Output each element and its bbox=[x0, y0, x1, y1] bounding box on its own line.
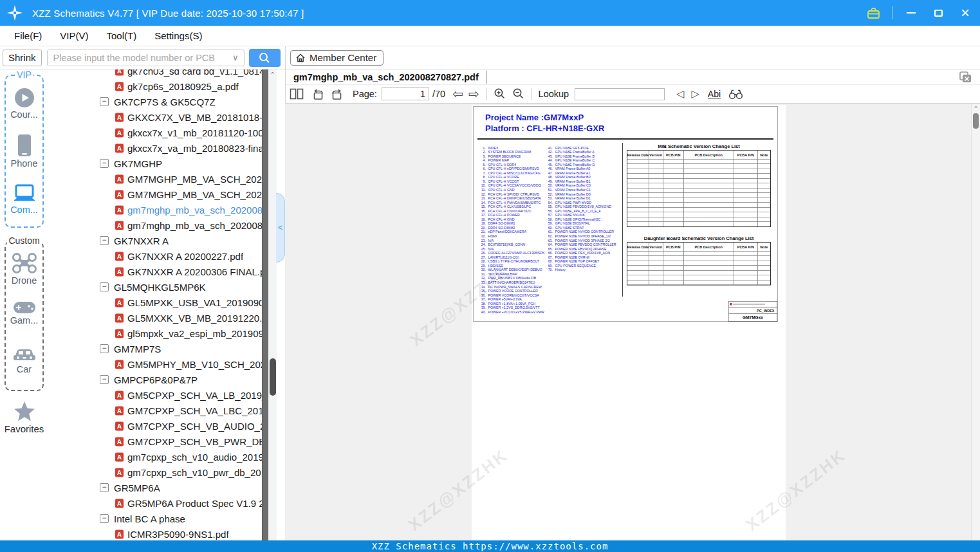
index-entry: 28.USB3.1 TYPE-C/THUNDERBOLT bbox=[479, 259, 546, 264]
index-entry: 64.POWER N18E FBVDDQ CONTROLLER bbox=[546, 243, 622, 247]
category-computer[interactable]: Com... bbox=[6, 184, 42, 215]
car-icon bbox=[12, 346, 37, 363]
tree-scrollbar-thumb[interactable] bbox=[270, 358, 276, 396]
scroll-up-icon[interactable]: ⌃ bbox=[268, 71, 277, 78]
tree-file[interactable]: GM7CPXP_SCH_VB_PWR_DB_20 bbox=[48, 434, 262, 449]
tree-file[interactable]: gk7cp6s_20180925_a.pdf bbox=[48, 78, 262, 94]
tree-folder[interactable]: −GK7MGHP bbox=[48, 156, 262, 171]
tree-file[interactable]: GL5MPXK_USB_VA1_20190909.p bbox=[48, 295, 262, 310]
scroll-up-icon[interactable]: ⌃ bbox=[972, 105, 980, 113]
collapse-icon[interactable]: − bbox=[100, 344, 109, 353]
viewer-toolbar: Page: /70 ⇦ ⇨ Lookup ◁ ▷ Abi bbox=[285, 85, 980, 104]
category-game[interactable]: Gam... bbox=[6, 301, 42, 326]
chevron-down-icon[interactable]: ∨ bbox=[232, 53, 239, 62]
tree-folder[interactable]: −Intel BC A phase bbox=[48, 511, 262, 526]
custom-group: Custom Drone Gam... Car bbox=[5, 241, 44, 391]
tree-file[interactable]: gkxcx7x_v1_mb_20181120-1000 bbox=[48, 125, 262, 140]
viewer-scrollbar[interactable]: ⌃ bbox=[971, 104, 980, 540]
tree-file[interactable]: GM7MGHP_MB_VA_SCH_20200 bbox=[48, 171, 262, 187]
find-prev-icon[interactable]: ◁ bbox=[676, 89, 684, 99]
tree-file[interactable]: gl5mpxk_va2_espi_mb_2019091 bbox=[48, 326, 262, 341]
tree-file[interactable]: GL5MXXK_VB_MB_20191220.pd bbox=[48, 310, 262, 326]
tree-folder[interactable]: −GR5MP6A bbox=[48, 480, 262, 495]
collapse-icon[interactable]: − bbox=[100, 483, 109, 492]
tree-file[interactable]: gm7mghp_mb_va_sch_2020082 bbox=[48, 217, 262, 233]
tree-file[interactable]: GR5MP6A Product Spec V1.9 20 bbox=[48, 495, 262, 511]
zoom-out-icon[interactable] bbox=[512, 87, 525, 100]
close-button[interactable]: × bbox=[957, 5, 974, 21]
tree-file[interactable]: GM5CPXP_SCH_VA_LB_2019_07 bbox=[48, 387, 262, 403]
tree-file[interactable]: GKXCX7X_VB_MB_20181018-230 bbox=[48, 109, 262, 125]
page-number-input[interactable] bbox=[382, 87, 429, 100]
tree-item-label: Intel BC A phase bbox=[114, 513, 185, 524]
collapse-icon[interactable]: − bbox=[100, 375, 109, 384]
tree-file[interactable]: gm7mghp_mb_va_sch_2020082 bbox=[48, 202, 262, 217]
tree-file[interactable]: ICMR3P5090-9NS1.pdf bbox=[48, 526, 262, 540]
lookup-input[interactable] bbox=[575, 88, 665, 100]
tree-file[interactable]: gm7cpxp_sch_v10_pwr_db_2019 bbox=[48, 465, 262, 480]
viewer-scrollbar-thumb[interactable] bbox=[973, 113, 979, 129]
collapse-icon[interactable]: − bbox=[100, 159, 109, 168]
menu-tool[interactable]: Tool(T) bbox=[98, 30, 146, 41]
rotate-left-icon[interactable] bbox=[311, 87, 325, 100]
match-case-button[interactable]: Abi bbox=[708, 89, 721, 99]
menu-vip[interactable]: VIP(V) bbox=[51, 30, 97, 41]
pdf-canvas[interactable]: Project Name :GM7MxxP Platform : CFL-HR+… bbox=[285, 104, 971, 540]
rotate-right-icon[interactable] bbox=[330, 87, 344, 100]
category-car[interactable]: Car bbox=[6, 346, 42, 374]
category-course[interactable]: Cour... bbox=[6, 87, 42, 120]
collapse-icon[interactable]: − bbox=[100, 236, 109, 245]
tree-item-label: gm7cpxp_sch_v10_audio_20190 bbox=[127, 452, 262, 463]
tree-item-label: gk7cp6s_20180925_a.pdf bbox=[127, 81, 239, 92]
collapse-icon[interactable]: − bbox=[100, 514, 109, 523]
search-row: Shrink Please input the model number or … bbox=[0, 46, 285, 69]
tree-scrollbar-track[interactable] bbox=[262, 69, 268, 540]
tree-file[interactable]: GM5MPHY_MB_V10_SCH_20200 bbox=[48, 356, 262, 372]
tree-folder[interactable]: −GK7NXXR A bbox=[48, 233, 262, 248]
search-button[interactable] bbox=[249, 49, 281, 67]
laptop-icon bbox=[12, 184, 37, 203]
collapse-icon[interactable]: − bbox=[100, 282, 109, 291]
tree-file[interactable]: gkxcx7x_va_mb_20180823-final. bbox=[48, 140, 262, 156]
tree-file[interactable]: GK7NXXR A 20200227.pdf bbox=[48, 248, 262, 264]
find-next-icon[interactable]: ▷ bbox=[692, 89, 699, 99]
table-header-cell: PCB P/N bbox=[663, 151, 683, 159]
tree-scrollbar[interactable]: ⌃ bbox=[268, 69, 277, 540]
favorites-item[interactable]: Favorites bbox=[0, 401, 48, 434]
table-row bbox=[627, 212, 770, 217]
next-page-icon[interactable]: ⇨ bbox=[468, 87, 479, 100]
tree-item-label: GK7NXXR A bbox=[114, 235, 169, 246]
tree-file[interactable]: gm7cpxp_sch_v10_audio_20190 bbox=[48, 449, 262, 465]
header-rule bbox=[477, 138, 773, 140]
active-document-tab[interactable]: gm7mghp_mb_va_sch_202008270827.pdf bbox=[293, 72, 479, 82]
shrink-button[interactable]: Shrink bbox=[3, 50, 42, 66]
tree-file[interactable]: GM7MGHP_MB_VA_SCH_20200 bbox=[48, 187, 262, 202]
tree-file[interactable]: GM7CPXP_SCH_VA_LBC_2019_0 bbox=[48, 403, 262, 418]
tree-file[interactable]: gk7ch03_sd card bd_v1.1_0814.p bbox=[48, 69, 262, 78]
prev-page-icon[interactable]: ⇦ bbox=[452, 87, 463, 100]
platform-name: Platform : CFL-HR+N18E-GXR bbox=[485, 124, 604, 133]
titleblock-board-name: GM7MGxx bbox=[729, 314, 777, 322]
tree-folder[interactable]: −GL5MQHKGL5MP6K bbox=[48, 279, 262, 295]
two-page-view-icon[interactable] bbox=[290, 88, 304, 100]
index-entry: 62.POWER N18E NVVDD 3PHASE_1/2 bbox=[546, 234, 622, 238]
tree-folder[interactable]: −GK7CP7S & GK5CQ7Z bbox=[48, 94, 262, 109]
minimize-button[interactable] bbox=[903, 5, 920, 21]
category-phone[interactable]: Phone bbox=[6, 134, 42, 169]
panel-collapse-handle[interactable]: < bbox=[276, 193, 285, 262]
multi-search-binoculars-icon[interactable] bbox=[728, 89, 743, 100]
close-document-icon[interactable] bbox=[959, 71, 972, 83]
menu-file[interactable]: File(F) bbox=[5, 30, 51, 41]
category-drone[interactable]: Drone bbox=[6, 252, 42, 286]
model-search-input[interactable]: Please input the model number or PCB ∨ bbox=[47, 50, 245, 66]
collapse-icon[interactable]: − bbox=[100, 97, 109, 106]
license-briefcase-icon[interactable] bbox=[865, 5, 882, 21]
tree-folder[interactable]: −GM7MP7S bbox=[48, 341, 262, 356]
tree-folder[interactable]: −GMPCP6P&0P&7P bbox=[48, 372, 262, 387]
menu-settings[interactable]: Settings(S) bbox=[145, 30, 211, 41]
maximize-button[interactable] bbox=[930, 5, 947, 21]
zoom-in-icon[interactable] bbox=[494, 87, 506, 100]
tree-file[interactable]: GM7CPXP_SCH_VB_AUDIO_2019 bbox=[48, 418, 262, 434]
member-center-button[interactable]: Member Center bbox=[290, 50, 384, 66]
tree-file[interactable]: GK7NXXR A 20200306 FINAL.pd bbox=[48, 264, 262, 279]
